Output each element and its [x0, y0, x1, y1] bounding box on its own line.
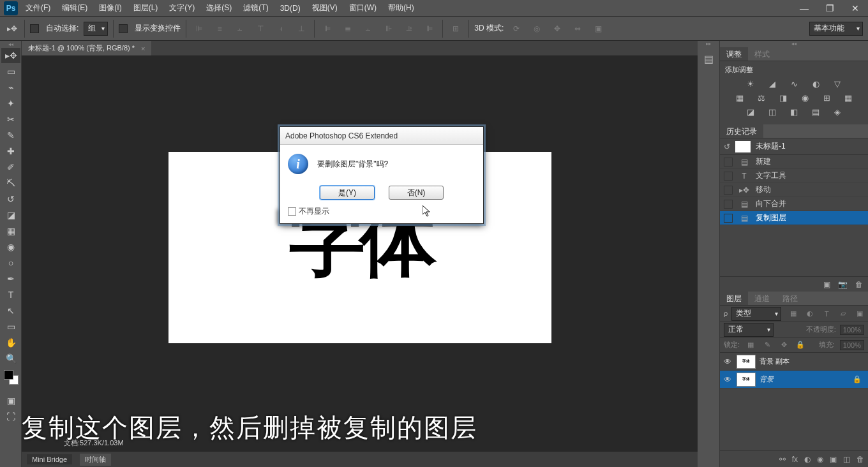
gradient-map-icon[interactable]: ▤ — [809, 107, 822, 117]
new-layer-icon[interactable]: ◫ — [843, 455, 850, 464]
eraser-tool[interactable]: ◪ — [1, 207, 20, 223]
adj-layer-icon[interactable]: ◉ — [817, 455, 823, 464]
no-button[interactable]: 否(N) — [389, 186, 444, 200]
distribute-icon[interactable]: ⊫ — [422, 21, 437, 36]
quickmask-tool[interactable]: ▣ — [1, 393, 20, 408]
mask-icon[interactable]: ◐ — [804, 455, 811, 464]
photo-filter-icon[interactable]: ◉ — [798, 93, 811, 103]
filter-type-icon[interactable]: T — [821, 309, 832, 319]
brush-tool[interactable]: ✐ — [1, 159, 20, 175]
restore-button[interactable]: ❐ — [821, 3, 839, 14]
document-tab[interactable]: 未标题-1 @ 100% (背景, RGB/8) * × — [22, 41, 151, 56]
filter-kind-dropdown[interactable]: 类型 — [731, 307, 781, 321]
timeline-tab[interactable]: 时间轴 — [80, 454, 111, 466]
distribute-icon[interactable]: ⫠ — [361, 21, 376, 36]
fill-value[interactable]: 100% — [840, 340, 864, 350]
visibility-icon[interactable]: 👁 — [722, 357, 733, 366]
shape-tool[interactable]: ▭ — [1, 319, 20, 334]
3d-slide-icon[interactable]: ⇔ — [570, 21, 585, 36]
minimize-button[interactable]: — — [795, 3, 813, 14]
panel-icon[interactable]: ▤ — [700, 50, 717, 68]
lock-pos-icon[interactable]: ✥ — [778, 340, 789, 350]
trash-icon[interactable]: 🗑 — [855, 280, 863, 289]
auto-select-checkbox[interactable] — [30, 24, 39, 33]
canvas-viewport[interactable]: 字体 — [22, 56, 698, 449]
screen-mode-tool[interactable]: ⛶ — [1, 409, 20, 424]
menu-edit[interactable]: 编辑(E) — [62, 3, 87, 13]
brightness-icon[interactable]: ☀ — [744, 78, 757, 89]
history-item[interactable]: ▸✥移动 — [720, 183, 868, 197]
history-item[interactable]: ▤向下合并 — [720, 197, 868, 211]
filter-search-icon[interactable]: ρ — [724, 309, 728, 318]
lock-all-icon[interactable]: 🔒 — [795, 340, 806, 350]
align-icon[interactable]: ⊫ — [191, 21, 207, 36]
wand-tool[interactable]: ✦ — [1, 96, 20, 111]
tab-adjustments[interactable]: 调整 — [720, 47, 748, 61]
bw-icon[interactable]: ◨ — [777, 93, 789, 103]
snapshot-icon[interactable]: 📷 — [838, 280, 848, 289]
posterize-icon[interactable]: ◫ — [766, 107, 779, 117]
layer-thumbnail[interactable]: 字体 — [737, 355, 756, 369]
move-tool[interactable]: ▸✥ — [1, 48, 20, 63]
lasso-tool[interactable]: ⌁ — [1, 80, 20, 95]
close-tab-icon[interactable]: × — [141, 45, 145, 52]
link-icon[interactable]: ⚯ — [779, 455, 786, 464]
lock-trans-icon[interactable]: ▦ — [745, 340, 756, 350]
hue-icon[interactable]: ▦ — [733, 93, 746, 103]
filter-shape-icon[interactable]: ▱ — [837, 309, 849, 319]
3d-roll-icon[interactable]: ◎ — [529, 21, 544, 36]
layer-name[interactable]: 背景 副本 — [760, 357, 789, 366]
selective-icon[interactable]: ◈ — [831, 107, 844, 117]
workspace-dropdown[interactable]: 基本功能 — [809, 22, 863, 36]
tab-layers[interactable]: 图层 — [720, 292, 748, 305]
create-doc-icon[interactable]: ▣ — [823, 280, 830, 289]
align-icon[interactable]: ⫠ — [232, 21, 248, 36]
blur-tool[interactable]: ◉ — [1, 239, 20, 255]
crop-tool[interactable]: ✂ — [1, 112, 20, 127]
zoom-tool[interactable]: 🔍 — [1, 351, 20, 366]
panel-handle[interactable]: ▸▸ — [698, 41, 719, 47]
menu-layer[interactable]: 图层(L) — [133, 3, 158, 13]
yes-button[interactable]: 是(Y) — [320, 186, 375, 200]
layer-row[interactable]: 👁 字体 背景 🔒 — [720, 371, 868, 389]
align-bot-icon[interactable]: ⊥ — [294, 21, 309, 36]
noshow-checkbox[interactable] — [288, 207, 296, 216]
layer-name[interactable]: 背景 — [760, 374, 774, 384]
filter-pixel-icon[interactable]: ▦ — [788, 309, 799, 319]
gradient-tool[interactable]: ▦ — [1, 223, 20, 239]
filter-smart-icon[interactable]: ▣ — [854, 309, 865, 319]
hand-tool[interactable]: ✋ — [1, 335, 20, 350]
auto-align-icon[interactable]: ⊞ — [448, 21, 463, 36]
3d-orbit-icon[interactable]: ⟳ — [509, 21, 524, 36]
dodge-tool[interactable]: ○ — [1, 255, 20, 271]
blend-mode-dropdown[interactable]: 正常 — [724, 323, 774, 337]
history-document-row[interactable]: ↺ 未标题-1 — [720, 138, 868, 155]
menu-view[interactable]: 视图(V) — [312, 3, 338, 13]
show-transform-checkbox[interactable] — [119, 24, 128, 33]
group-icon[interactable]: ▣ — [830, 455, 837, 464]
exposure-icon[interactable]: ◐ — [809, 78, 822, 89]
tab-history[interactable]: 历史记录 — [720, 124, 763, 138]
menu-select[interactable]: 选择(S) — [206, 3, 232, 13]
distribute-icon[interactable]: ⊫ — [320, 21, 335, 36]
menu-filter[interactable]: 滤镜(T) — [243, 3, 268, 13]
healing-tool[interactable]: ✚ — [1, 144, 20, 159]
distribute-icon[interactable]: ⫡ — [401, 21, 417, 36]
type-tool[interactable]: T — [1, 287, 20, 302]
invert-icon[interactable]: ◪ — [744, 107, 757, 117]
history-item[interactable]: ▤新建 — [720, 155, 868, 169]
3d-zoom-icon[interactable]: ▣ — [590, 21, 606, 36]
opacity-value[interactable]: 100% — [840, 325, 864, 335]
menu-3d[interactable]: 3D(D) — [280, 4, 301, 13]
visibility-icon[interactable]: 👁 — [722, 375, 733, 384]
fx-icon[interactable]: fx — [792, 455, 798, 464]
foreground-color[interactable] — [4, 370, 13, 380]
history-item[interactable]: T文字工具 — [720, 169, 868, 183]
history-item[interactable]: ▤复制图层 — [720, 211, 868, 225]
levels-icon[interactable]: ◢ — [766, 78, 779, 89]
panel-handle[interactable]: ◂◂ — [720, 41, 868, 47]
distribute-icon[interactable]: ⊪ — [381, 21, 396, 36]
distribute-icon[interactable]: ≣ — [340, 21, 355, 36]
trash-icon[interactable]: 🗑 — [857, 455, 864, 464]
pen-tool[interactable]: ✒ — [1, 271, 20, 286]
